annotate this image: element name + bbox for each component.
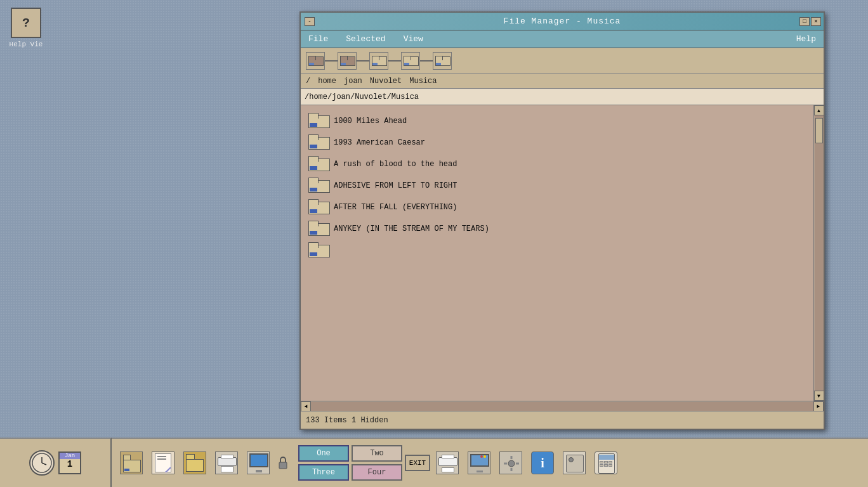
file-list[interactable]: 1000 Miles Ahead 1993 American Caesar A … [301, 105, 813, 401]
calendar-icon[interactable]: Jan 1 [58, 451, 81, 474]
folder-img [183, 451, 206, 474]
scroll-right-button[interactable] [813, 401, 824, 412]
toolbar-folder-5[interactable] [433, 52, 452, 70]
printer-img [215, 451, 238, 474]
taskbar-printer-icon[interactable] [212, 444, 241, 482]
table-row[interactable]: 1000 Miles Ahead [308, 110, 806, 132]
info-img: i [531, 451, 554, 474]
folder-icon-5 [435, 56, 449, 66]
status-bar: 133 Items 1 Hidden [301, 411, 824, 429]
vdesk-two-button[interactable]: Two [352, 445, 402, 462]
file-name: ADHESIVE FROM LEFT TO RIGHT [334, 181, 457, 190]
svg-rect-8 [511, 468, 513, 471]
help-icon[interactable]: ? [11, 8, 41, 38]
connector-4 [420, 60, 433, 62]
taskbar: One Two Three Four EXIT [112, 438, 868, 487]
scroll-down-button[interactable] [814, 391, 824, 401]
svg-rect-10 [516, 463, 519, 465]
breadcrumb-root[interactable]: / [306, 77, 310, 86]
help-label: Help Vie [10, 41, 43, 48]
path-bar: /home/joan/Nuvolet/Musica [301, 89, 824, 105]
close-button[interactable]: ✕ [811, 17, 821, 26]
current-path: /home/joan/Nuvolet/Musica [305, 93, 419, 101]
connector-2 [357, 60, 369, 62]
help-question-mark: ? [22, 16, 30, 30]
lock-icon[interactable] [275, 444, 291, 482]
menu-selected[interactable]: Selected [343, 33, 388, 45]
taskbar-editor-icon[interactable] [148, 444, 178, 482]
taskbar-monitor-icon[interactable] [244, 444, 273, 482]
taskbar-folder-icon[interactable] [180, 444, 209, 482]
h-scrollbar-track[interactable] [311, 402, 813, 411]
taskbar-filemanager-icon[interactable] [117, 444, 146, 482]
toolbar-folder-1[interactable] [306, 52, 325, 70]
down-arrow-icon [817, 393, 820, 399]
folder-icon-4 [404, 56, 418, 66]
vdesk-three-button[interactable]: Three [298, 464, 349, 481]
table-row[interactable]: ANYKEY (IN THE STREAM OF MY TEARS) [308, 218, 806, 240]
toolbar-folder-3[interactable] [369, 52, 388, 70]
menu-view[interactable]: View [401, 33, 426, 45]
folder-icon [308, 156, 329, 171]
menu-bar: File Selected View Help [301, 30, 824, 48]
table-row[interactable]: ADHESIVE FROM LEFT TO RIGHT [308, 175, 806, 197]
editor-img [152, 451, 174, 474]
svg-rect-3 [166, 467, 171, 472]
status-text: 133 Items 1 Hidden [306, 416, 388, 425]
breadcrumb-home[interactable]: home [318, 77, 336, 86]
menu-help[interactable]: Help [794, 33, 819, 45]
taskbar-drive-icon[interactable] [560, 444, 589, 482]
vdesk-four-button[interactable]: Four [352, 464, 402, 481]
toolbar-folder-4[interactable] [401, 52, 420, 70]
scrollbar-thumb[interactable] [815, 118, 823, 143]
svg-point-6 [508, 460, 515, 467]
taskbar-print-icon[interactable] [433, 444, 462, 482]
monitor-img [247, 451, 270, 474]
file-name: AFTER THE FALL (EVERYTHING) [334, 203, 457, 212]
taskbar-info-icon[interactable]: i [528, 444, 557, 482]
filemanager-img [120, 451, 143, 474]
taskbar-calc-icon[interactable] [591, 444, 621, 482]
scroll-up-button[interactable] [814, 105, 824, 115]
connector-3 [388, 60, 401, 62]
toolbar-folder-2[interactable] [338, 52, 357, 70]
horizontal-scrollbar[interactable] [301, 401, 824, 411]
vdesk-one-button[interactable]: One [298, 445, 349, 462]
vertical-scrollbar[interactable] [813, 105, 824, 401]
taskbar-display2-icon[interactable] [464, 444, 494, 482]
help-widget[interactable]: ? Help Vie [8, 8, 44, 58]
settings-img [499, 451, 522, 474]
calc-img [595, 451, 617, 474]
taskbar-settings-icon[interactable] [496, 444, 525, 482]
table-row[interactable] [308, 240, 806, 261]
table-row[interactable]: A rush of blood to the head [308, 153, 806, 175]
menu-file[interactable]: File [306, 33, 331, 45]
scroll-left-button[interactable] [301, 401, 311, 412]
exit-button[interactable]: EXIT [405, 455, 430, 471]
breadcrumb-user[interactable]: joan [344, 77, 362, 86]
print-img [436, 451, 459, 474]
drive-img [563, 451, 586, 474]
svg-rect-9 [504, 463, 507, 465]
minimize-button[interactable]: - [305, 17, 315, 26]
virtual-desktop-group: One Two Three Four [298, 445, 402, 481]
svg-rect-7 [511, 456, 513, 459]
file-name: A rush of blood to the head [334, 160, 457, 169]
restore-button[interactable]: □ [799, 17, 810, 26]
toolbar [301, 48, 824, 74]
breadcrumb-musica[interactable]: Musica [409, 77, 437, 86]
breadcrumb-nuvolet[interactable]: Nuvolet [370, 77, 402, 86]
window-title: File Manager - Musica [504, 16, 621, 26]
folder-icon [308, 221, 329, 236]
left-arrow-icon [305, 403, 308, 409]
clock-icon [29, 450, 55, 476]
folder-icon-1 [308, 56, 322, 66]
svg-rect-5 [279, 462, 287, 469]
scrollbar-track[interactable] [815, 115, 824, 391]
folder-icon [308, 134, 329, 150]
table-row[interactable]: 1993 American Caesar [308, 132, 806, 153]
file-manager-window: - File Manager - Musica □ ✕ File Selecte… [299, 11, 825, 430]
file-name: ANYKEY (IN THE STREAM OF MY TEARS) [334, 224, 489, 233]
table-row[interactable]: AFTER THE FALL (EVERYTHING) [308, 197, 806, 218]
file-name: 1000 Miles Ahead [334, 117, 407, 126]
